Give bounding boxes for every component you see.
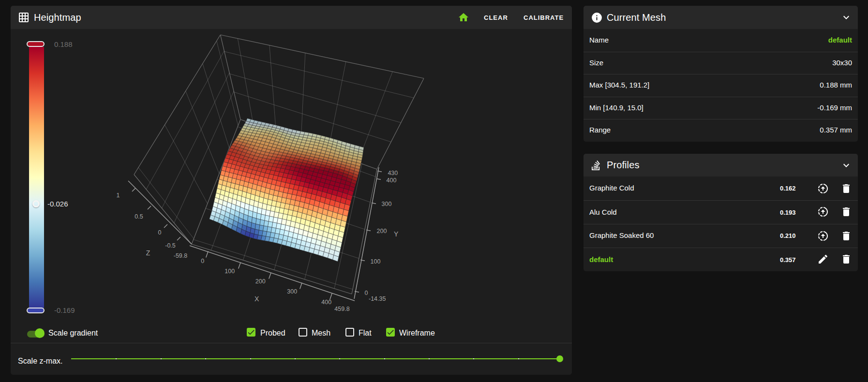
svg-text:200: 200 [255, 278, 266, 285]
svg-text:400: 400 [387, 177, 397, 184]
svg-text:430: 430 [388, 170, 398, 176]
svg-text:0.5: 0.5 [135, 213, 143, 220]
svg-text:0: 0 [201, 258, 204, 264]
svg-text:-14.35: -14.35 [369, 295, 386, 302]
svg-text:-0.5: -0.5 [165, 242, 176, 249]
svg-text:400: 400 [321, 299, 331, 306]
svg-text:0: 0 [365, 290, 368, 296]
svg-text:200: 200 [377, 228, 387, 235]
svg-text:100: 100 [224, 268, 235, 275]
svg-text:0: 0 [158, 229, 162, 236]
svg-text:100: 100 [371, 258, 381, 265]
svg-text:Z: Z [146, 249, 150, 257]
svg-text:459.8: 459.8 [334, 306, 349, 312]
svg-text:X: X [254, 295, 259, 303]
svg-text:300: 300 [382, 201, 392, 207]
svg-text:Y: Y [394, 230, 399, 238]
svg-text:1: 1 [117, 192, 120, 199]
svg-text:300: 300 [287, 288, 297, 295]
svg-text:-59.8: -59.8 [174, 252, 188, 259]
